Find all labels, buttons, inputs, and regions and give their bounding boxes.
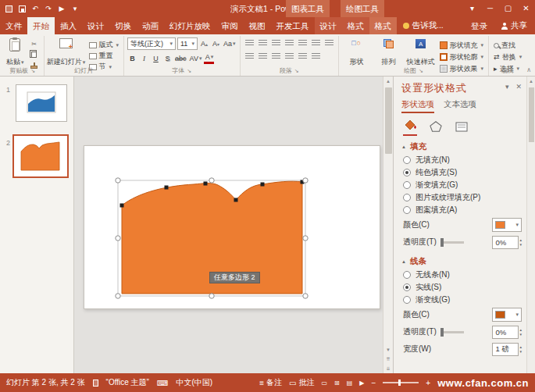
app-icon[interactable]: [3, 3, 14, 14]
tab-insert[interactable]: 插入: [55, 17, 82, 34]
line-section-header[interactable]: ▲ 线条: [401, 256, 522, 267]
numbering-icon[interactable]: [257, 37, 269, 48]
fill-transparency-value[interactable]: 0%: [492, 236, 519, 249]
tab-review[interactable]: 审阅: [216, 17, 244, 34]
redo-icon[interactable]: ↷: [43, 3, 54, 14]
radio-icon[interactable]: [403, 283, 411, 291]
dialog-launcher-icon[interactable]: ↘: [187, 68, 191, 74]
scrollbar-thumb[interactable]: [529, 87, 534, 142]
next-slide-icon[interactable]: ⇊: [386, 364, 390, 373]
grow-font-button[interactable]: A▴: [199, 38, 209, 50]
align-text-icon[interactable]: [323, 37, 335, 48]
cut-icon[interactable]: ✂: [28, 39, 41, 48]
pane-close-icon[interactable]: ✕: [515, 83, 522, 91]
align-left-icon[interactable]: [244, 51, 255, 62]
decrease-indent-icon[interactable]: [270, 37, 282, 48]
zoom-in-icon[interactable]: +: [426, 379, 430, 387]
align-center-icon[interactable]: [257, 51, 269, 62]
fill-line-icon[interactable]: [403, 119, 417, 136]
dialog-launcher-icon[interactable]: ↘: [419, 68, 423, 74]
minimize-icon[interactable]: ─: [481, 0, 499, 17]
fill-option-pattern[interactable]: 图案填充(A): [401, 204, 522, 216]
radio-icon[interactable]: [403, 194, 411, 201]
zoom-slider-thumb[interactable]: [398, 380, 401, 386]
save-icon[interactable]: [16, 3, 27, 14]
tab-developer[interactable]: 开发工具: [271, 17, 315, 34]
replace-button[interactable]: ⇄替换▾: [492, 52, 523, 62]
line-transparency-value[interactable]: 0%: [492, 326, 519, 339]
collapse-ribbon-icon[interactable]: ∧: [526, 66, 531, 73]
tab-transitions[interactable]: 切换: [109, 17, 137, 34]
spin-down-icon[interactable]: ▾: [519, 332, 522, 337]
font-name-select[interactable]: 等线(正文)▾: [127, 37, 176, 50]
align-right-icon[interactable]: [270, 51, 282, 62]
strikethrough-button[interactable]: abc: [174, 52, 187, 64]
arrange-button[interactable]: 排列: [374, 37, 404, 67]
font-color-button[interactable]: A▾: [204, 52, 214, 64]
slide-thumbnail-1[interactable]: [16, 84, 67, 122]
scroll-up-icon[interactable]: ▲: [529, 77, 533, 86]
start-slideshow-icon[interactable]: ▶: [56, 3, 67, 14]
line-option-none[interactable]: 无线条(N): [401, 269, 522, 281]
canvas-vertical-scrollbar[interactable]: ▲ ▼ ⇈ ⇊: [383, 77, 393, 373]
dialog-launcher-icon[interactable]: ↘: [30, 68, 35, 74]
fill-option-solid[interactable]: 纯色填充(S): [401, 166, 522, 179]
zoom-out-icon[interactable]: −: [371, 379, 376, 387]
tab-chart-design[interactable]: 设计: [315, 17, 342, 34]
find-button[interactable]: 查找: [492, 40, 523, 51]
line-option-solid[interactable]: 实线(S): [401, 281, 522, 294]
line-spacing-icon[interactable]: [297, 37, 309, 48]
fill-section-header[interactable]: ▲ 填充: [401, 141, 522, 152]
line-width-value[interactable]: 1 磅: [492, 343, 519, 356]
pane-scrollbar[interactable]: ▲: [526, 77, 535, 373]
bullets-icon[interactable]: [244, 37, 255, 48]
paste-button[interactable]: 粘贴▾: [5, 37, 26, 67]
reset-button[interactable]: 重置: [87, 51, 121, 61]
tab-animations[interactable]: 动画: [137, 17, 164, 34]
copy-icon[interactable]: [28, 50, 41, 59]
tab-view[interactable]: 视图: [244, 17, 271, 34]
scroll-up-icon[interactable]: ▲: [386, 77, 391, 86]
close-icon[interactable]: ✕: [517, 0, 535, 17]
fill-option-none[interactable]: 无填充(N): [401, 154, 522, 166]
tab-design[interactable]: 设计: [82, 17, 109, 34]
tab-chart-format[interactable]: 格式: [342, 17, 369, 34]
tell-me-box[interactable]: 告诉我...: [397, 17, 450, 34]
line-option-gradient[interactable]: 渐变线(G): [401, 294, 522, 306]
radio-icon[interactable]: [403, 271, 411, 279]
line-color-dropdown[interactable]: ▾: [492, 308, 522, 322]
fill-transparency-slider[interactable]: [440, 241, 464, 244]
tab-shape-options[interactable]: 形状选项: [401, 99, 434, 113]
tab-drawing-format[interactable]: 格式: [369, 17, 397, 34]
sign-in-button[interactable]: 登录: [465, 17, 494, 34]
undo-icon[interactable]: ↶: [30, 3, 41, 14]
previous-slide-icon[interactable]: ⇈: [386, 355, 390, 364]
tab-slideshow[interactable]: 幻灯片放映: [164, 17, 216, 34]
smartart-convert-icon[interactable]: [310, 51, 322, 62]
text-direction-icon[interactable]: [310, 37, 322, 48]
restore-icon[interactable]: ▢: [499, 0, 517, 17]
fill-option-picture[interactable]: 图片或纹理填充(P): [401, 191, 522, 204]
shape-fill-button[interactable]: 形状填充▾: [438, 40, 486, 51]
radio-icon[interactable]: [403, 296, 411, 304]
normal-view-icon[interactable]: ▭: [322, 380, 328, 387]
radio-icon[interactable]: [403, 181, 411, 189]
qat-customize-icon[interactable]: ▾: [70, 3, 80, 14]
slide-sorter-view-icon[interactable]: ⊞: [334, 380, 340, 387]
underline-button[interactable]: U: [151, 52, 161, 64]
scrollbar-thumb[interactable]: [385, 87, 392, 154]
new-slide-button[interactable]: 新建幻灯片▾: [48, 37, 85, 67]
italic-button[interactable]: I: [139, 52, 149, 64]
radio-icon[interactable]: [403, 156, 411, 164]
effects-icon[interactable]: [429, 120, 443, 136]
ribbon-options-icon[interactable]: ▾: [463, 0, 481, 17]
justify-icon[interactable]: [284, 51, 295, 62]
shrink-font-button[interactable]: A▾: [211, 38, 221, 50]
layout-button[interactable]: 版式▾: [87, 40, 121, 50]
pane-options-icon[interactable]: ▾: [505, 83, 509, 91]
radio-icon[interactable]: [403, 169, 411, 176]
comments-button[interactable]: ▭批注: [289, 377, 314, 388]
quick-styles-button[interactable]: A 快速样式: [406, 37, 436, 67]
change-case-button[interactable]: Aa▾: [223, 38, 237, 50]
radio-icon[interactable]: [403, 206, 411, 214]
